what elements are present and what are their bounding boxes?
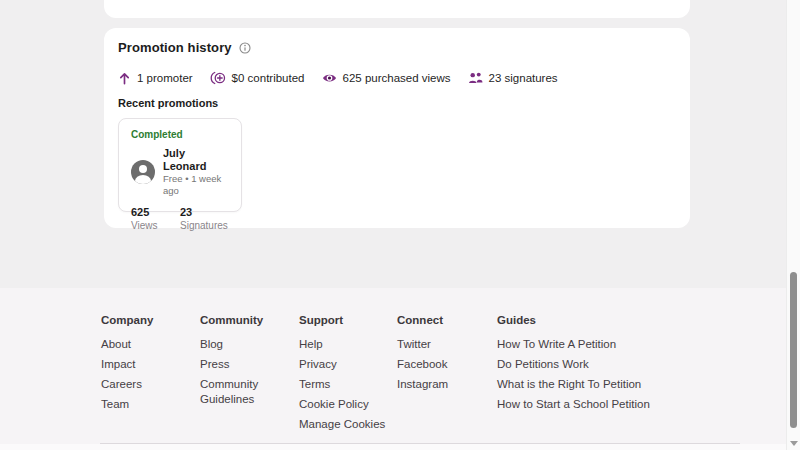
footer-link-about[interactable]: About xyxy=(101,337,192,352)
footer-link-team[interactable]: Team xyxy=(101,397,192,412)
entry-views-value: 625 xyxy=(131,206,180,218)
stat-signatures: 23 signatures xyxy=(468,72,558,84)
footer-column-support: Support Help Privacy Terms Cookie Policy… xyxy=(299,313,397,437)
footer-heading-community: Community xyxy=(200,313,281,328)
promotion-entry-card[interactable]: Completed July Leonard Free • 1 week ago… xyxy=(118,118,242,212)
stat-purchased-views: 625 purchased views xyxy=(322,72,451,84)
footer-link-instagram[interactable]: Instagram xyxy=(397,377,489,392)
stat-signatures-label: 23 signatures xyxy=(489,72,558,84)
promotion-history-card: Promotion history 1 promoter xyxy=(104,28,690,228)
footer-link-twitter[interactable]: Twitter xyxy=(397,337,489,352)
footer-link-careers[interactable]: Careers xyxy=(101,377,192,392)
footer-link-press[interactable]: Press xyxy=(200,357,281,372)
footer-column-guides: Guides How To Write A Petition Do Petiti… xyxy=(497,313,650,437)
scrollbar-thumb[interactable] xyxy=(790,272,797,428)
entry-views-stat: 625 Views xyxy=(131,206,180,231)
info-icon[interactable] xyxy=(239,42,251,54)
scrollbar[interactable] xyxy=(786,0,800,450)
footer-link-community-guidelines[interactable]: Community Guidelines xyxy=(200,377,281,407)
footer-link-blog[interactable]: Blog xyxy=(200,337,281,352)
views-eye-icon xyxy=(322,72,337,84)
promotion-meta: Free • 1 week ago xyxy=(163,173,229,197)
entry-views-label: Views xyxy=(131,220,180,231)
footer-heading-guides: Guides xyxy=(497,313,650,328)
footer-link-manage-cookies[interactable]: Manage Cookies xyxy=(299,417,391,432)
promotion-status-badge: Completed xyxy=(131,129,229,140)
entry-signatures-label: Signatures xyxy=(180,220,229,231)
signatures-people-icon xyxy=(468,72,483,84)
footer-heading-connect: Connect xyxy=(397,313,489,328)
site-footer: Company About Impact Careers Team Commun… xyxy=(0,288,786,450)
contribution-coin-icon xyxy=(210,71,226,85)
entry-signatures-value: 23 xyxy=(180,206,229,218)
stat-contributed-label: $0 contributed xyxy=(232,72,305,84)
footer-link-terms[interactable]: Terms xyxy=(299,377,391,392)
footer-column-connect: Connect Twitter Facebook Instagram xyxy=(397,313,497,437)
footer-heading-support: Support xyxy=(299,313,391,328)
footer-columns: Company About Impact Careers Team Commun… xyxy=(101,313,650,437)
promoter-avatar xyxy=(131,160,155,184)
footer-link-how-to-write-a-petition[interactable]: How To Write A Petition xyxy=(497,337,650,352)
stat-purchased-views-label: 625 purchased views xyxy=(343,72,451,84)
promoter-row: July Leonard Free • 1 week ago xyxy=(131,147,229,197)
scrollbar-down-arrow-icon[interactable] xyxy=(790,441,798,446)
footer-link-privacy[interactable]: Privacy xyxy=(299,357,391,372)
stat-promoters: 1 promoter xyxy=(118,72,193,85)
promotion-history-title: Promotion history xyxy=(118,40,232,55)
promoter-name: July Leonard xyxy=(163,147,229,173)
recent-promotions-label: Recent promotions xyxy=(118,97,218,109)
promotion-entry-stats: 625 Views 23 Signatures xyxy=(131,206,229,231)
footer-link-impact[interactable]: Impact xyxy=(101,357,192,372)
footer-column-community: Community Blog Press Community Guideline… xyxy=(200,313,299,437)
entry-signatures-stat: 23 Signatures xyxy=(180,206,229,231)
footer-column-company: Company About Impact Careers Team xyxy=(101,313,200,437)
previous-card-bottom xyxy=(104,0,690,18)
promotion-stats-row: 1 promoter $0 contributed 625 purchase xyxy=(118,71,558,85)
footer-link-cookie-policy[interactable]: Cookie Policy xyxy=(299,397,391,412)
promoter-arrow-icon xyxy=(118,72,131,85)
stat-promoters-label: 1 promoter xyxy=(137,72,193,84)
stat-contributed: $0 contributed xyxy=(210,71,305,85)
footer-link-help[interactable]: Help xyxy=(299,337,391,352)
footer-link-right-to-petition[interactable]: What is the Right To Petition xyxy=(497,377,650,392)
footer-link-school-petition[interactable]: How to Start a School Petition xyxy=(497,397,650,412)
footer-heading-company: Company xyxy=(101,313,192,328)
footer-link-do-petitions-work[interactable]: Do Petitions Work xyxy=(497,357,650,372)
footer-link-facebook[interactable]: Facebook xyxy=(397,357,489,372)
promotion-history-header: Promotion history xyxy=(118,40,251,55)
footer-bottom-strip xyxy=(0,444,786,450)
